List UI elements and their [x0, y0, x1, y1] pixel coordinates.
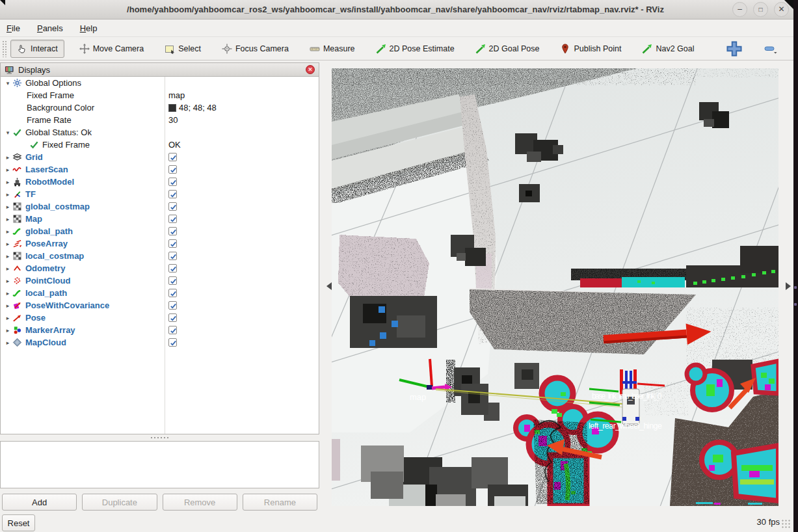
display-enabled-checkbox[interactable]: [168, 313, 177, 322]
expander-closed-icon[interactable]: ▸: [3, 216, 12, 222]
tree-row-label: Global Status: Ok: [25, 127, 92, 137]
tool-2d-goal-pose[interactable]: 2D Goal Pose: [470, 40, 546, 57]
tree-row-posearray[interactable]: ▸PoseArray: [1, 237, 319, 250]
displays-panel-header[interactable]: Displays ✕: [0, 62, 319, 77]
display-enabled-checkbox[interactable]: [168, 276, 177, 285]
add-tool-button[interactable]: [726, 42, 743, 56]
tool-label: Publish Point: [574, 44, 621, 53]
collapse-left-icon[interactable]: [326, 282, 332, 290]
toolbar-drag-handle[interactable]: [2, 40, 7, 57]
property-value[interactable]: 30: [168, 114, 178, 126]
window-title: /home/yahboom/yahboomcar_ros2_ws/yahboom…: [0, 5, 732, 14]
tree-row-global-options[interactable]: ▾ Global Options: [1, 77, 319, 89]
display-enabled-checkbox[interactable]: [168, 165, 177, 174]
laserscan-icon: [12, 165, 22, 174]
tree-row-odometry[interactable]: ▸Odometry: [1, 262, 319, 274]
display-enabled-checkbox[interactable]: [168, 338, 177, 347]
displays-tree: ▾ Global Options Fixed Frame map Backgro…: [0, 76, 319, 434]
display-name: TF: [25, 189, 36, 199]
expander-closed-icon[interactable]: ▸: [3, 154, 12, 161]
expander-closed-icon[interactable]: ▸: [3, 290, 12, 297]
resize-grip[interactable]: [781, 519, 791, 529]
expander-closed-icon[interactable]: ▸: [3, 191, 12, 198]
expander-open-icon[interactable]: ▾: [3, 80, 12, 86]
panel-close-icon[interactable]: ✕: [306, 65, 315, 74]
expander-closed-icon[interactable]: ▸: [3, 315, 12, 321]
tool-select[interactable]: Select: [159, 40, 207, 57]
tool-publish-point[interactable]: Publish Point: [554, 40, 627, 57]
display-enabled-checkbox[interactable]: [168, 190, 177, 198]
tool-2d-pose-estimate[interactable]: 2D Pose Estimate: [370, 40, 460, 57]
tree-row-laserscan[interactable]: ▸LaserScan: [1, 163, 319, 176]
add-button[interactable]: Add: [2, 494, 77, 511]
minimize-button[interactable]: –: [732, 2, 747, 17]
tool-interact[interactable]: Interact: [10, 40, 64, 58]
tree-row-global-status[interactable]: ▾ Global Status: Ok: [1, 126, 319, 139]
tree-row-map[interactable]: ▸Map: [1, 213, 319, 225]
menu-help[interactable]: Help: [80, 23, 98, 33]
remove-tool-button[interactable]: [762, 42, 779, 56]
title-bar[interactable]: /home/yahboom/yahboomcar_ros2_ws/yahboom…: [0, 0, 798, 20]
tool-measure[interactable]: Measure: [304, 40, 361, 57]
reset-button[interactable]: Reset: [2, 514, 35, 531]
expander-closed-icon[interactable]: ▸: [3, 302, 12, 309]
tree-row-fixed-frame[interactable]: Fixed Frame map: [1, 89, 319, 101]
enabled-cell: [168, 213, 177, 225]
display-enabled-checkbox[interactable]: [168, 264, 177, 273]
odometry-icon: [12, 263, 22, 273]
display-enabled-checkbox[interactable]: [168, 301, 177, 310]
tree-row-local_path[interactable]: ▸local_path: [1, 287, 319, 299]
tree-row-status-fixed-frame[interactable]: Fixed Frame OK: [1, 139, 319, 151]
tree-row-frame-rate[interactable]: Frame Rate 30: [1, 114, 319, 126]
tree-row-robotmodel[interactable]: ▸RobotModel: [1, 176, 319, 188]
property-value: OK: [168, 139, 181, 151]
costmap-strip-red: [580, 278, 622, 287]
tree-row-tf[interactable]: ▸TF: [1, 188, 319, 200]
collapse-right-icon[interactable]: [786, 282, 791, 290]
display-enabled-checkbox[interactable]: [168, 326, 177, 334]
tf-axes-icon: [12, 189, 22, 199]
expander-closed-icon[interactable]: ▸: [3, 241, 12, 247]
tool-label: Measure: [323, 44, 355, 53]
display-enabled-checkbox[interactable]: [168, 215, 177, 223]
tree-row-pointcloud[interactable]: ▸PointCloud: [1, 274, 319, 287]
property-value[interactable]: map: [168, 89, 185, 101]
tool-focus-camera[interactable]: Focus Camera: [216, 40, 295, 57]
panel-splitter[interactable]: [0, 436, 319, 440]
display-enabled-checkbox[interactable]: [168, 202, 177, 211]
expander-open-icon[interactable]: ▾: [3, 129, 12, 136]
tree-row-local_costmap[interactable]: ▸local_costmap: [1, 250, 319, 262]
expander-closed-icon[interactable]: ▸: [3, 179, 12, 185]
pose-array-icon: [12, 239, 22, 248]
tree-row-markerarray[interactable]: ▸MarkerArray: [1, 324, 319, 336]
expander-closed-icon[interactable]: ▸: [3, 278, 12, 284]
tree-row-background-color[interactable]: Background Color 48; 48; 48: [1, 101, 319, 114]
tree-row-posewithcovariance[interactable]: ▸PoseWithCovariance: [1, 299, 319, 312]
expander-closed-icon[interactable]: ▸: [3, 166, 12, 173]
tree-row-mapcloud[interactable]: ▸MapCloud: [1, 336, 319, 349]
menu-panels[interactable]: Panels: [37, 23, 63, 33]
tree-row-global_costmap[interactable]: ▸global_costmap: [1, 200, 319, 213]
tree-row-pose[interactable]: ▸Pose: [1, 312, 319, 324]
tree-row-global_path[interactable]: ▸global_path: [1, 225, 319, 237]
property-value[interactable]: 48; 48; 48: [168, 101, 217, 114]
tf-label-wheel: left_rear_wheel_hinge: [589, 421, 662, 431]
menu-file[interactable]: File: [7, 23, 20, 33]
display-enabled-checkbox[interactable]: [168, 178, 177, 186]
display-enabled-checkbox[interactable]: [168, 239, 177, 248]
expander-closed-icon[interactable]: ▸: [3, 253, 12, 259]
expander-closed-icon[interactable]: ▸: [3, 265, 12, 272]
expander-closed-icon[interactable]: ▸: [3, 204, 12, 210]
expander-closed-icon[interactable]: ▸: [3, 228, 12, 235]
tool-nav2-goal[interactable]: Nav2 Goal: [636, 40, 700, 57]
expander-closed-icon[interactable]: ▸: [3, 339, 12, 346]
3d-viewport[interactable]: map base_link_imu_laser_link_0 left_rear…: [332, 68, 778, 506]
tool-move-camera[interactable]: Move Camera: [73, 40, 150, 57]
expander-closed-icon[interactable]: ▸: [3, 327, 12, 334]
display-enabled-checkbox[interactable]: [168, 227, 177, 235]
maximize-button[interactable]: □: [753, 2, 768, 17]
display-enabled-checkbox[interactable]: [168, 252, 177, 260]
display-enabled-checkbox[interactable]: [168, 153, 177, 161]
tree-row-grid[interactable]: ▸Grid: [1, 151, 319, 163]
display-enabled-checkbox[interactable]: [168, 289, 177, 297]
